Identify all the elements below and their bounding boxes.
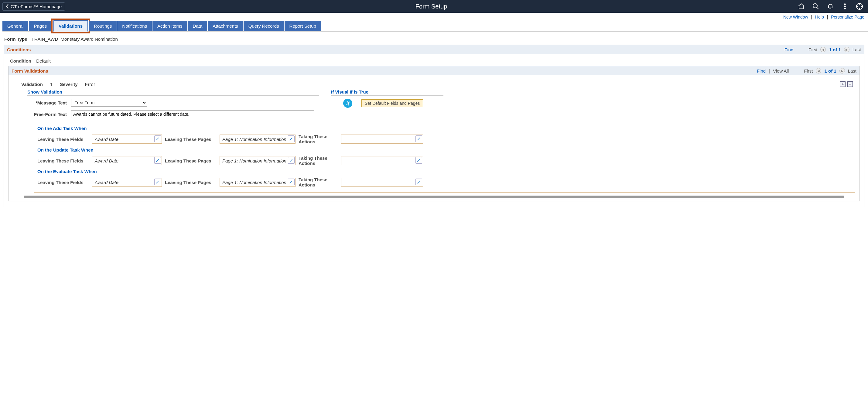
tab-general[interactable]: General xyxy=(2,21,29,31)
form-validations-header: Form Validations Find | View All First ◀… xyxy=(8,66,860,75)
add-leaving-fields-value: Award Date xyxy=(95,137,119,142)
upd-leaving-pages-cell[interactable]: Page 1: Nomination Information xyxy=(220,156,296,165)
eval-leaving-pages-cell[interactable]: Page 1: Nomination Information xyxy=(220,178,296,187)
pencil-icon[interactable] xyxy=(288,135,294,142)
home-icon[interactable] xyxy=(798,3,805,10)
pencil-icon[interactable] xyxy=(288,179,294,185)
tab-notifications[interactable]: Notifications xyxy=(117,21,152,31)
tab-query-records[interactable]: Query Records xyxy=(244,21,285,31)
add-leaving-pages-label: Leaving These Pages xyxy=(165,137,217,142)
back-label: GT eForms™ Homepage xyxy=(11,4,62,9)
add-row-button[interactable]: + xyxy=(840,82,845,87)
tab-validations[interactable]: Validations xyxy=(54,20,88,32)
tab-data[interactable]: Data xyxy=(188,21,208,31)
conditions-header: Conditions Find First ◀ 1 of 1 ▶ Last xyxy=(4,45,864,54)
bell-icon[interactable] xyxy=(827,3,834,10)
fv-nofn: 1 of 1 xyxy=(824,68,836,73)
form-validations-title: Form Validations xyxy=(11,68,48,73)
compass-icon[interactable] xyxy=(856,3,863,10)
conditions-prev-icon[interactable]: ◀ xyxy=(820,47,826,52)
upd-leaving-pages-label: Leaving These Pages xyxy=(165,158,217,163)
tab-pages[interactable]: Pages xyxy=(29,21,52,31)
toplinks: New Window | Help | Personalize Page xyxy=(0,13,868,21)
form-type-desc: Monetary Award Nomination xyxy=(61,36,118,42)
add-leaving-fields-label: Leaving These Fields xyxy=(37,137,89,142)
upd-leaving-fields-cell[interactable]: Award Date xyxy=(92,156,162,165)
fv-prev-icon[interactable]: ◀ xyxy=(816,68,821,73)
delete-row-button[interactable]: − xyxy=(847,82,853,87)
form-validations-group: Form Validations Find | View All First ◀… xyxy=(8,66,860,201)
tab-routings[interactable]: Routings xyxy=(89,21,117,31)
conditions-first: First xyxy=(808,47,817,52)
if-icon[interactable]: If xyxy=(343,99,352,108)
add-leaving-pages-cell[interactable]: Page 1: Nomination Information xyxy=(220,134,296,144)
pencil-icon[interactable] xyxy=(415,135,422,142)
eval-leaving-fields-cell[interactable]: Award Date xyxy=(92,178,162,187)
pencil-icon[interactable] xyxy=(288,157,294,164)
eval-taking-actions-label: Taking These Actions xyxy=(299,177,338,187)
tab-attachments[interactable]: Attachments xyxy=(208,21,243,31)
eval-leaving-fields-label: Leaving These Fields xyxy=(37,180,89,185)
svg-point-2 xyxy=(844,6,845,7)
fv-next-icon[interactable]: ▶ xyxy=(839,68,845,73)
page-title: Form Setup xyxy=(65,3,798,10)
pencil-icon[interactable] xyxy=(415,179,422,185)
update-task-row: Leaving These Fields Award Date Leaving … xyxy=(37,154,852,169)
fv-viewall[interactable]: View All xyxy=(773,68,789,73)
svg-point-0 xyxy=(813,4,817,8)
show-validation-label: Show Validation xyxy=(27,89,319,96)
if-visual-label: If Visual If is True xyxy=(331,89,443,96)
pencil-icon[interactable] xyxy=(154,179,161,185)
conditions-nav: Find First ◀ 1 of 1 ▶ Last xyxy=(784,47,861,52)
validation-row: Validation 1 Severity Error + − xyxy=(13,78,855,88)
eval-leaving-fields-value: Award Date xyxy=(95,180,119,185)
set-default-fields-button[interactable]: Set Default Fields and Pages xyxy=(362,99,423,107)
upd-leaving-pages-value: Page 1: Nomination Information xyxy=(222,158,286,163)
upd-taking-actions-cell[interactable] xyxy=(341,156,423,165)
update-task-title: On the Update Task When xyxy=(37,147,852,154)
show-validation-left: Show Validation *Message Text Free-Form … xyxy=(27,89,319,119)
validation-number: 1 xyxy=(50,82,53,87)
freeform-input[interactable] xyxy=(71,110,314,118)
add-leaving-pages-value: Page 1: Nomination Information xyxy=(222,137,286,142)
fv-first: First xyxy=(804,68,813,73)
message-text-select[interactable]: Free-Form xyxy=(71,99,147,106)
validation-label: Validation xyxy=(21,82,43,87)
svg-point-1 xyxy=(844,4,845,5)
new-window-link[interactable]: New Window xyxy=(783,14,808,20)
tab-report-setup[interactable]: Report Setup xyxy=(285,21,322,31)
add-leaving-fields-cell[interactable]: Award Date xyxy=(92,134,162,144)
conditions-title: Conditions xyxy=(7,47,31,52)
conditions-last: Last xyxy=(852,47,861,52)
form-validations-body: Validation 1 Severity Error + − Show Val… xyxy=(8,75,860,201)
pencil-icon[interactable] xyxy=(154,135,161,142)
message-text-label: *Message Text xyxy=(30,100,67,105)
eval-taking-actions-cell[interactable] xyxy=(341,178,423,187)
conditions-find[interactable]: Find xyxy=(784,47,793,52)
freeform-label: Free-Form Text xyxy=(30,112,67,117)
horizontal-scrollbar[interactable] xyxy=(24,196,844,198)
add-taking-actions-cell[interactable] xyxy=(341,134,423,144)
show-validation-wrap: Show Validation *Message Text Free-Form … xyxy=(13,88,855,120)
page-body: Form Type TRAIN_AWD Monetary Award Nomin… xyxy=(0,32,868,216)
personalize-link[interactable]: Personalize Page xyxy=(831,14,864,20)
pencil-icon[interactable] xyxy=(415,157,422,164)
severity-label: Severity xyxy=(60,82,78,87)
conditions-next-icon[interactable]: ▶ xyxy=(844,47,849,52)
eval-leaving-pages-label: Leaving These Pages xyxy=(165,180,217,185)
tab-action-items[interactable]: Action Items xyxy=(152,21,188,31)
upd-taking-actions-label: Taking These Actions xyxy=(299,156,338,166)
tab-validations-highlight: Validations xyxy=(52,20,89,32)
menu-dots-icon[interactable] xyxy=(841,3,848,10)
fv-find[interactable]: Find xyxy=(757,68,766,73)
conditions-body: Condition Default Form Validations Find … xyxy=(4,54,864,207)
search-icon[interactable] xyxy=(812,3,819,10)
severity-value: Error xyxy=(85,82,95,87)
message-text-row: *Message Text Free-Form xyxy=(27,97,319,107)
upd-leaving-fields-value: Award Date xyxy=(95,158,119,163)
help-link[interactable]: Help xyxy=(815,14,824,20)
evaluate-task-row: Leaving These Fields Award Date Leaving … xyxy=(37,176,852,190)
eval-leaving-pages-value: Page 1: Nomination Information xyxy=(222,180,286,185)
pencil-icon[interactable] xyxy=(154,157,161,164)
back-button[interactable]: GT eForms™ Homepage xyxy=(2,2,65,11)
